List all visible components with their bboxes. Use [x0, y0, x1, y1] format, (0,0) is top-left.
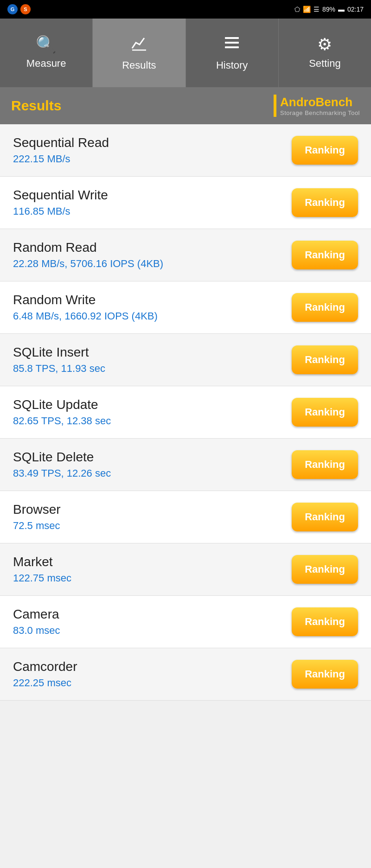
wifi-icon: 📶 [303, 6, 311, 13]
result-value: 83.0 msec [13, 625, 292, 637]
ranking-button[interactable]: Ranking [292, 241, 358, 269]
measure-icon: 🔍 [36, 36, 57, 53]
result-info: Camera 83.0 msec [13, 607, 292, 637]
logo-main: AndroBench [280, 95, 352, 109]
result-name: Camcorder [13, 659, 292, 674]
ranking-button[interactable]: Ranking [292, 398, 358, 427]
logo-andro: Andro [280, 95, 316, 109]
signal-icon: ☰ [313, 6, 320, 13]
tab-results[interactable]: Results [93, 19, 186, 87]
result-name: Random Write [13, 293, 292, 307]
result-value: 72.5 msec [13, 520, 292, 532]
result-value: 85.8 TPS, 11.93 sec [13, 363, 292, 375]
tab-bar: 🔍 Measure Results History ⚙ Setting [0, 19, 371, 87]
logo-subtitle: Storage Benchmarking Tool [280, 109, 360, 116]
result-info: Browser 72.5 msec [13, 502, 292, 532]
result-item: Random Read 22.28 MB/s, 5706.16 IOPS (4K… [0, 229, 371, 281]
ranking-button[interactable]: Ranking [292, 660, 358, 689]
result-info: SQLite Insert 85.8 TPS, 11.93 sec [13, 345, 292, 375]
logo-text: AndroBench Storage Benchmarking Tool [280, 95, 360, 116]
result-name: SQLite Insert [13, 345, 292, 360]
app-icon-1: G [7, 4, 18, 14]
ranking-button[interactable]: Ranking [292, 188, 358, 217]
tab-measure-label: Measure [26, 57, 66, 70]
result-item: SQLite Update 82.65 TPS, 12.38 sec Ranki… [0, 386, 371, 439]
result-item: SQLite Delete 83.49 TPS, 12.26 sec Ranki… [0, 439, 371, 491]
status-right-info: ⬠ 📶 ☰ 89% ▬ 02:17 [294, 6, 364, 13]
result-value: 116.85 MB/s [13, 205, 292, 217]
ranking-button[interactable]: Ranking [292, 607, 358, 636]
result-value: 82.65 TPS, 12.38 sec [13, 415, 292, 427]
tab-results-label: Results [122, 59, 156, 71]
result-item: SQLite Insert 85.8 TPS, 11.93 sec Rankin… [0, 334, 371, 386]
androbench-logo: AndroBench Storage Benchmarking Tool [274, 95, 360, 117]
result-item: Browser 72.5 msec Ranking [0, 491, 371, 543]
app-icon-2: S [20, 4, 31, 14]
result-info: Random Read 22.28 MB/s, 5706.16 IOPS (4K… [13, 240, 292, 270]
result-item: Sequential Write 116.85 MB/s Ranking [0, 177, 371, 229]
result-name: Sequential Write [13, 188, 292, 203]
result-info: SQLite Update 82.65 TPS, 12.38 sec [13, 397, 292, 427]
ranking-button[interactable]: Ranking [292, 503, 358, 531]
result-name: Camera [13, 607, 292, 622]
status-bar: G S ⬠ 📶 ☰ 89% ▬ 02:17 [0, 0, 371, 19]
result-item: Camera 83.0 msec Ranking [0, 596, 371, 648]
result-value: 122.75 msec [13, 572, 292, 584]
setting-icon: ⚙ [317, 36, 332, 53]
result-item: Market 122.75 msec Ranking [0, 543, 371, 596]
logo-bar [274, 95, 276, 117]
result-item: Sequential Read 222.15 MB/s Ranking [0, 124, 371, 177]
status-left-icons: G S [7, 4, 31, 14]
result-name: SQLite Update [13, 397, 292, 412]
results-header: Results AndroBench Storage Benchmarking … [0, 87, 371, 124]
clock: 02:17 [347, 6, 364, 13]
result-info: Sequential Read 222.15 MB/s [13, 135, 292, 165]
tab-history-label: History [216, 59, 248, 71]
ranking-button[interactable]: Ranking [292, 345, 358, 374]
results-list: Sequential Read 222.15 MB/s Ranking Sequ… [0, 124, 371, 701]
history-icon [223, 34, 241, 55]
battery-percent: 89% [322, 6, 335, 13]
svg-rect-2 [225, 42, 239, 44]
result-value: 22.28 MB/s, 5706.16 IOPS (4KB) [13, 258, 292, 270]
result-info: Camcorder 222.25 msec [13, 659, 292, 689]
ranking-button[interactable]: Ranking [292, 136, 358, 165]
result-name: Sequential Read [13, 135, 292, 150]
result-info: Random Write 6.48 MB/s, 1660.92 IOPS (4K… [13, 293, 292, 322]
result-value: 83.49 TPS, 12.26 sec [13, 467, 292, 479]
result-name: Random Read [13, 240, 292, 255]
logo-bench: Bench [316, 95, 352, 109]
result-name: Browser [13, 502, 292, 517]
ranking-button[interactable]: Ranking [292, 293, 358, 322]
result-item: Random Write 6.48 MB/s, 1660.92 IOPS (4K… [0, 281, 371, 334]
battery-icon: ▬ [338, 6, 345, 13]
result-value: 6.48 MB/s, 1660.92 IOPS (4KB) [13, 310, 292, 322]
result-info: Market 122.75 msec [13, 555, 292, 584]
result-info: Sequential Write 116.85 MB/s [13, 188, 292, 217]
result-item: Camcorder 222.25 msec Ranking [0, 648, 371, 701]
result-name: SQLite Delete [13, 450, 292, 465]
ranking-button[interactable]: Ranking [292, 555, 358, 584]
tab-history[interactable]: History [186, 19, 279, 87]
tab-measure[interactable]: 🔍 Measure [0, 19, 93, 87]
results-icon [130, 34, 148, 55]
tab-setting[interactable]: ⚙ Setting [279, 19, 371, 87]
svg-rect-3 [225, 46, 239, 48]
result-info: SQLite Delete 83.49 TPS, 12.26 sec [13, 450, 292, 479]
result-value: 222.15 MB/s [13, 153, 292, 165]
ranking-button[interactable]: Ranking [292, 450, 358, 479]
results-title: Results [11, 98, 61, 114]
svg-rect-1 [225, 37, 239, 39]
result-value: 222.25 msec [13, 677, 292, 689]
bluetooth-icon: ⬠ [294, 6, 300, 13]
result-name: Market [13, 555, 292, 569]
tab-setting-label: Setting [309, 57, 341, 70]
